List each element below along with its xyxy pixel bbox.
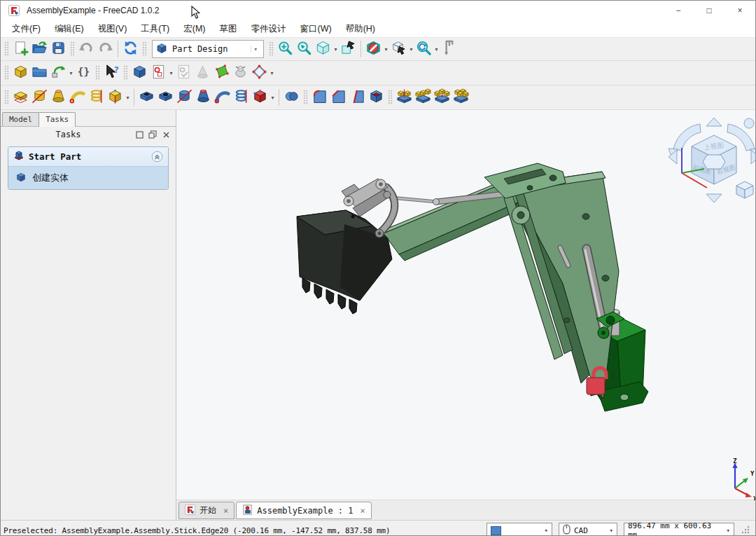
additive-helix-button[interactable] bbox=[87, 88, 106, 107]
axonometric-view-button[interactable] bbox=[314, 40, 332, 59]
navcube-up-arrow[interactable] bbox=[706, 118, 722, 126]
maximize-button[interactable]: □ bbox=[694, 1, 724, 20]
additive-loft-button[interactable] bbox=[49, 88, 68, 107]
pocket-button[interactable] bbox=[137, 88, 156, 107]
tab-start-close-icon[interactable]: × bbox=[223, 506, 228, 516]
clipping-plane-button[interactable] bbox=[364, 40, 383, 59]
hole-button[interactable] bbox=[156, 88, 175, 107]
redo-button[interactable] bbox=[96, 40, 115, 59]
toolbar-drag-handle[interactable] bbox=[4, 41, 9, 57]
dock-close-icon[interactable] bbox=[160, 129, 172, 140]
dock-tab-tasks[interactable]: Tasks bbox=[38, 112, 76, 127]
close-button[interactable]: × bbox=[724, 1, 755, 20]
fit-all-button[interactable] bbox=[276, 40, 295, 59]
tab-start[interactable]: 开始× bbox=[178, 502, 234, 519]
zoom-selection-button[interactable] bbox=[295, 40, 314, 59]
new-document-button[interactable] bbox=[11, 40, 30, 59]
toolbar-drag-handle[interactable] bbox=[4, 65, 9, 81]
expression-editor-button[interactable]: {} bbox=[74, 64, 93, 83]
navigation-style-combo[interactable]: CAD ▾ bbox=[559, 523, 617, 536]
navigation-cube[interactable]: 上视图 前视图 右视图 bbox=[668, 118, 756, 202]
groove-button[interactable] bbox=[175, 88, 194, 107]
refresh-button[interactable] bbox=[121, 40, 140, 59]
workbench-selector[interactable]: Part Design▾ bbox=[152, 40, 264, 58]
menu-item-1[interactable]: 编辑(E) bbox=[48, 21, 91, 37]
whats-this-button[interactable]: ? bbox=[102, 64, 121, 83]
dock-float-icon[interactable] bbox=[147, 129, 158, 140]
subtractive-loft-button[interactable] bbox=[194, 88, 213, 107]
fillet-button[interactable] bbox=[310, 88, 329, 107]
measure-button[interactable] bbox=[440, 40, 458, 59]
mirrored-button[interactable] bbox=[395, 88, 414, 107]
multitransform-button[interactable] bbox=[451, 88, 470, 107]
create-datum-button-dropdown[interactable]: ▾ bbox=[269, 70, 275, 76]
additive-primitive-button[interactable] bbox=[106, 88, 125, 107]
create-sketch-button-dropdown[interactable]: ▾ bbox=[168, 70, 174, 76]
menu-item-6[interactable]: 零件设计 bbox=[244, 21, 293, 37]
menu-item-5[interactable]: 草图 bbox=[213, 21, 244, 37]
polar-pattern-button[interactable] bbox=[433, 88, 451, 107]
thickness-button[interactable] bbox=[367, 88, 386, 107]
chamfer-button[interactable] bbox=[329, 88, 348, 107]
create-part-button[interactable] bbox=[11, 64, 30, 83]
subtractive-primitive-button-dropdown[interactable]: ▾ bbox=[270, 95, 276, 101]
excavator-model[interactable] bbox=[297, 163, 648, 411]
3d-viewport[interactable]: 上视图 前视图 右视图 bbox=[176, 110, 756, 500]
minimize-button[interactable]: − bbox=[663, 1, 694, 20]
menu-item-0[interactable]: 文件(F) bbox=[5, 21, 48, 37]
menu-item-4[interactable]: 宏(M) bbox=[176, 21, 212, 37]
toolbar-drag-handle[interactable] bbox=[123, 65, 128, 81]
boolean-operation-button[interactable] bbox=[282, 88, 301, 107]
menu-item-8[interactable]: 帮助(H) bbox=[339, 21, 382, 37]
task-section-header[interactable]: Start Part bbox=[8, 147, 168, 166]
navcube-cube[interactable]: 上视图 前视图 右视图 bbox=[692, 135, 736, 184]
resize-grip[interactable] bbox=[741, 525, 750, 536]
menu-item-2[interactable]: 视图(V) bbox=[91, 21, 134, 37]
tab-assembly[interactable]: AssemblyExample : 1× bbox=[236, 502, 372, 519]
titlebar[interactable]: AssemblyExample - FreeCAD 1.0.2 − □ × bbox=[1, 1, 755, 20]
create-body-button[interactable] bbox=[130, 64, 149, 83]
dock-minimize-icon[interactable] bbox=[134, 129, 145, 140]
navcube-corner-button[interactable] bbox=[744, 118, 754, 128]
draft-button[interactable] bbox=[348, 88, 367, 107]
toolbar-drag-handle[interactable] bbox=[4, 90, 9, 105]
bucket[interactable] bbox=[297, 210, 392, 314]
subtractive-primitive-button[interactable] bbox=[251, 88, 270, 107]
create-sketch-button[interactable] bbox=[149, 64, 168, 83]
zoom-tools-button-dropdown[interactable]: ▾ bbox=[433, 46, 440, 53]
linear-pattern-button[interactable] bbox=[414, 88, 433, 107]
tab-assembly-close-icon[interactable]: × bbox=[360, 506, 365, 516]
menu-item-7[interactable]: 窗口(W) bbox=[293, 21, 339, 37]
make-link-button-dropdown[interactable]: ▾ bbox=[68, 70, 74, 76]
axonometric-view-button-dropdown[interactable]: ▾ bbox=[332, 46, 339, 53]
subtractive-pipe-button[interactable] bbox=[213, 88, 232, 107]
subtractive-helix-button[interactable] bbox=[232, 88, 251, 107]
open-document-button[interactable] bbox=[30, 40, 49, 59]
toolbar-drag-handle[interactable] bbox=[303, 90, 308, 105]
box-selection-button[interactable] bbox=[339, 40, 358, 59]
navcube-mini-cube[interactable] bbox=[736, 181, 753, 198]
create-datum-button[interactable] bbox=[250, 64, 269, 83]
make-link-button[interactable] bbox=[49, 64, 68, 83]
dock-titlebar[interactable]: Tasks bbox=[1, 127, 176, 142]
toolbar-drag-handle[interactable] bbox=[70, 41, 75, 57]
menu-item-3[interactable]: 工具(T) bbox=[134, 21, 176, 37]
additive-primitive-button-dropdown[interactable]: ▾ bbox=[125, 95, 131, 101]
save-button[interactable] bbox=[49, 40, 68, 59]
dock-tab-model[interactable]: Model bbox=[2, 112, 39, 126]
collapse-section-button[interactable] bbox=[151, 151, 163, 163]
subshape-binder-button[interactable] bbox=[212, 64, 231, 83]
view-dimension-combo[interactable]: 896.47 mm x 600.63 mm ▾ bbox=[624, 523, 734, 536]
revolution-button[interactable] bbox=[30, 88, 49, 107]
toolbar-drag-handle[interactable] bbox=[388, 90, 393, 105]
toolbar-drag-handle[interactable] bbox=[95, 65, 100, 81]
navigation-cube-settings-button[interactable] bbox=[389, 40, 408, 59]
toolbar-drag-handle[interactable] bbox=[269, 41, 274, 57]
draw-style-combo[interactable]: ▾ bbox=[486, 523, 552, 536]
pad-button[interactable] bbox=[11, 88, 30, 107]
undo-button[interactable] bbox=[77, 40, 96, 59]
clone-button[interactable] bbox=[231, 64, 250, 83]
zoom-tools-button[interactable] bbox=[414, 40, 433, 59]
create-solid-item[interactable]: 创建实体 bbox=[8, 166, 168, 189]
clipping-plane-button-dropdown[interactable]: ▾ bbox=[383, 46, 389, 53]
